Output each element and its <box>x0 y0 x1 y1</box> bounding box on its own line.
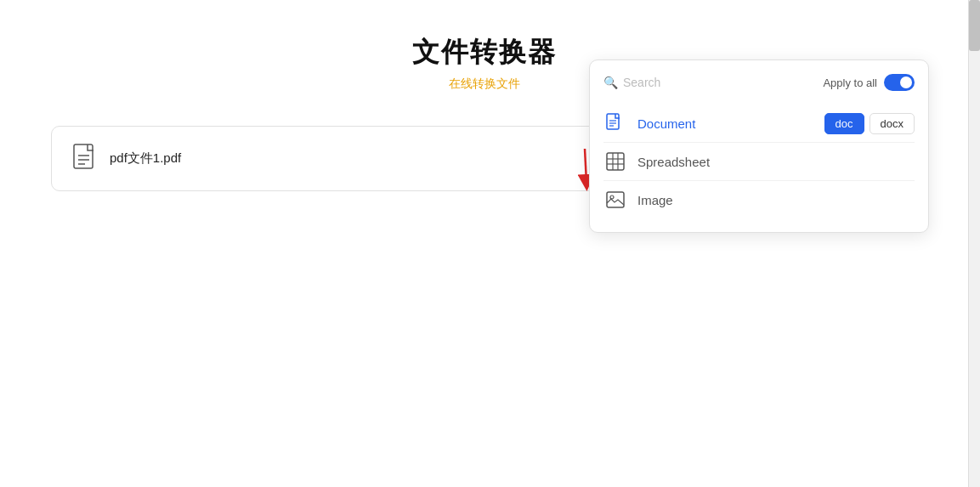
apply-to-all-row: Apply to all <box>823 74 915 91</box>
apply-to-all-label: Apply to all <box>823 76 877 89</box>
svg-rect-0 <box>74 144 93 168</box>
search-placeholder-text: Search <box>623 76 660 89</box>
svg-rect-8 <box>607 114 619 129</box>
format-btn-docx[interactable]: docx <box>870 113 915 134</box>
svg-rect-12 <box>607 153 624 170</box>
category-row-document: Document doc docx <box>603 105 915 143</box>
document-category-label: Document <box>637 116 824 131</box>
spreadsheet-category-label: Spreadsheet <box>637 155 915 169</box>
scrollbar-thumb <box>969 0 980 51</box>
svg-rect-17 <box>607 192 624 207</box>
search-left: 🔍 Search <box>603 76 660 89</box>
category-row-spreadsheet: Spreadsheet <box>603 143 915 181</box>
image-icon <box>603 188 627 212</box>
apply-to-all-toggle[interactable] <box>884 74 915 91</box>
format-btn-doc[interactable]: doc <box>824 113 864 134</box>
category-row-image: Image <box>603 181 915 218</box>
image-category-label: Image <box>637 193 915 207</box>
format-dropdown-panel: 🔍 Search Apply to all <box>589 59 929 233</box>
document-format-options: doc docx <box>824 113 915 134</box>
page-wrapper: 文件转换器 在线转换文件 pdf文件1.pdf 69 KB doc ⌄ 转换 <box>0 0 980 487</box>
content-area: 文件转换器 在线转换文件 pdf文件1.pdf 69 KB doc ⌄ 转换 <box>0 0 968 225</box>
scrollbar[interactable] <box>968 0 980 487</box>
dropdown-search-row: 🔍 Search Apply to all <box>603 74 915 91</box>
spreadsheet-icon <box>603 150 627 173</box>
document-icon <box>603 111 627 135</box>
search-icon: 🔍 <box>603 76 618 89</box>
file-document-icon <box>72 144 99 174</box>
